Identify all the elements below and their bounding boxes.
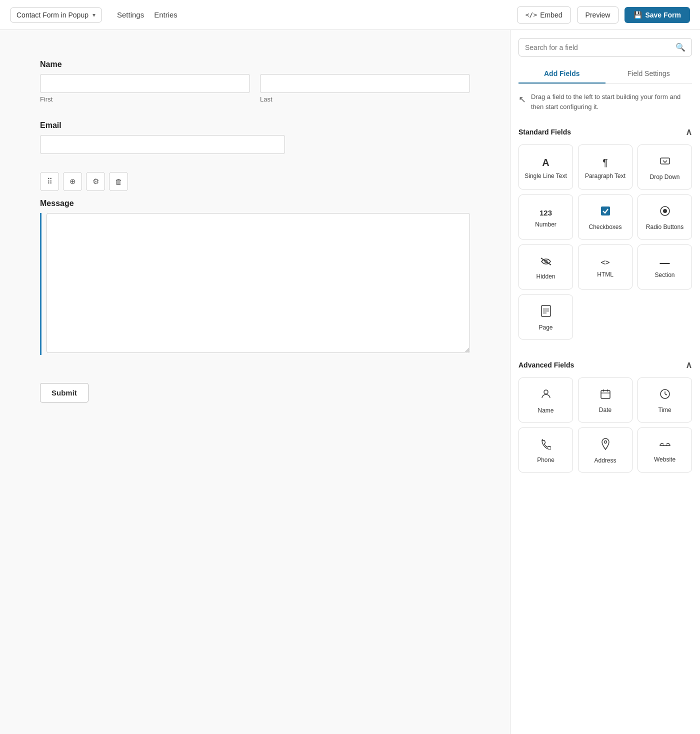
time-label: Time [658,406,671,414]
standard-fields-label: Standard Fields [518,128,571,136]
date-icon [600,388,611,402]
advanced-fields-toggle[interactable]: ∧ [686,360,692,370]
svg-point-9 [544,390,548,394]
drop-down-icon [660,156,670,170]
number-label: Number [535,221,556,228]
tab-field-settings[interactable]: Field Settings [606,64,692,84]
field-card-paragraph-text[interactable]: ¶ Paragraph Text [578,144,632,190]
topbar-right: </> Embed Preview 💾 Save Form [517,6,690,24]
field-card-time[interactable]: Time [638,378,692,422]
hidden-label: Hidden [536,273,555,280]
phone-label: Phone [537,456,554,464]
time-icon [660,388,670,402]
name-field-label: Name [40,60,470,69]
message-field-wrapper [40,213,470,355]
field-card-hidden[interactable]: Hidden [518,244,573,290]
right-panel: 🔍 Add Fields Field Settings ↖ Drag a fie… [510,30,700,734]
field-card-radio-buttons[interactable]: Radio Buttons [638,194,692,240]
standard-fields-toggle[interactable]: ∧ [686,126,692,138]
website-label: Website [654,456,676,463]
form-selector[interactable]: Contact Form in Popup ▾ [10,8,102,22]
message-field-label: Message [40,199,470,208]
field-card-website[interactable]: Website [638,428,692,472]
trash-icon: 🗑 [115,178,122,186]
message-textarea[interactable] [46,213,470,353]
topbar: Contact Form in Popup ▾ Settings Entries… [0,0,700,30]
panel-tabs: Add Fields Field Settings [518,64,692,84]
submit-button[interactable]: Submit [40,383,88,402]
phone-icon [541,438,551,452]
search-bar: 🔍 [510,30,700,56]
search-input-wrapper: 🔍 [518,38,692,56]
checkboxes-label: Checkboxes [588,224,622,230]
page-label: Page [538,324,552,331]
first-name-input[interactable] [40,74,250,93]
page-icon [541,305,551,320]
drag-hint: ↖ Drag a field to the left to start buil… [510,84,700,120]
address-icon [601,438,610,453]
field-actions-bar: ⠿ ⊕ ⚙ 🗑 [40,172,470,191]
topbar-nav: Settings Entries [117,10,178,19]
chevron-down-icon: ▾ [92,12,96,18]
svg-rect-10 [601,390,610,398]
field-card-address[interactable]: Address [578,428,632,472]
standard-fields-grid: A Single Line Text ¶ Paragraph Text [518,144,692,340]
name-field-row: First Last [40,74,470,103]
search-input[interactable] [525,44,672,52]
first-name-sub: First [40,96,250,103]
save-icon: 💾 [634,11,642,19]
drag-handle-button[interactable]: ⠿ [40,172,59,191]
paragraph-text-icon: ¶ [602,157,608,168]
search-icon: 🔍 [676,42,686,52]
duplicate-field-button[interactable]: ⊕ [63,172,82,191]
number-icon: 123 [540,208,552,217]
preview-button[interactable]: Preview [577,6,619,24]
field-card-section[interactable]: — Section [638,244,692,290]
hidden-icon [540,256,552,269]
field-card-html[interactable]: <> HTML [578,244,632,290]
field-card-name[interactable]: Name [518,378,573,422]
last-name-input[interactable] [260,74,470,93]
email-input[interactable] [40,135,285,154]
field-card-number[interactable]: 123 Number [518,194,573,240]
tab-add-fields[interactable]: Add Fields [518,64,606,84]
name-adv-label: Name [538,407,554,414]
svg-rect-0 [660,158,670,164]
main-layout: Name First Last Email ⠿ ⊕ [0,30,700,734]
advanced-fields-grid: Name Date [518,378,692,472]
field-settings-button[interactable]: ⚙ [86,172,105,191]
email-field-label: Email [40,121,470,130]
checkboxes-icon [600,206,611,220]
entries-nav[interactable]: Entries [154,10,178,19]
settings-nav[interactable]: Settings [117,10,144,19]
save-form-button[interactable]: 💾 Save Form [624,7,690,23]
field-card-drop-down[interactable]: Drop Down [638,144,692,190]
field-card-page[interactable]: Page [518,294,573,340]
radio-buttons-icon [660,206,670,220]
address-label: Address [594,457,616,464]
field-card-checkboxes[interactable]: Checkboxes [578,194,632,240]
form-canvas: Name First Last Email ⠿ ⊕ [0,30,510,734]
field-card-date[interactable]: Date [578,378,632,422]
standard-fields-section: Standard Fields ∧ A Single Line Text ¶ P… [510,120,700,352]
field-card-phone[interactable]: Phone [518,428,573,472]
form-name: Contact Form in Popup [16,11,88,19]
sliders-icon: ⚙ [92,177,99,186]
html-label: HTML [597,271,614,278]
delete-field-button[interactable]: 🗑 [109,172,128,191]
single-line-text-icon: A [542,157,549,168]
message-field-group: Message [40,199,470,355]
topbar-left: Contact Form in Popup ▾ Settings Entries [10,8,178,22]
paragraph-text-label: Paragraph Text [585,172,626,180]
name-field-group: Name First Last [40,60,470,103]
advanced-fields-section: Advanced Fields ∧ Name [510,352,700,486]
drop-down-label: Drop Down [650,174,680,180]
svg-point-3 [663,209,667,213]
section-label: Section [654,272,674,278]
svg-rect-1 [601,206,610,216]
field-card-single-line-text[interactable]: A Single Line Text [518,144,573,190]
single-line-text-label: Single Line Text [524,172,567,180]
email-field-group: Email [40,121,470,154]
advanced-fields-header: Advanced Fields ∧ [518,352,692,378]
embed-button[interactable]: </> Embed [517,6,571,24]
